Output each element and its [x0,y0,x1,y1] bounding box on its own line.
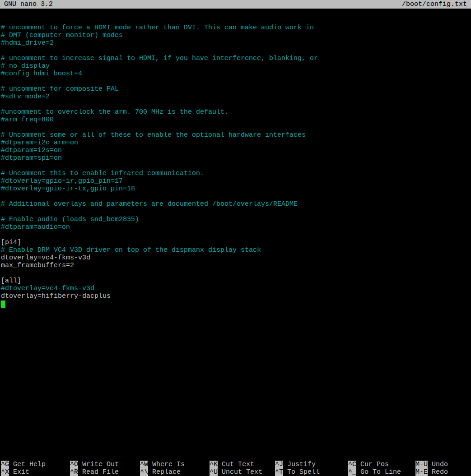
editor-line [1,269,471,277]
editor-line [1,101,471,108]
editor-line [1,78,471,85]
shortcut-justify: ^J Justify [275,461,316,468]
editor-line [1,9,471,16]
app-version-label: GNU nano 3.2 [4,0,53,9]
text-cursor-block [1,300,5,308]
shortcut-key: ^\ [140,468,148,476]
shortcut-key: ^K [210,461,218,468]
editor-line: #dtoverlay=gpio-ir,gpio_pin=17 [1,177,471,185]
shortcut-to-spell: ^T To Spell [275,468,320,476]
shortcut-read-file: ^R Read File [70,468,119,476]
editor-line: #uncomment to overclock the arm. 700 MHz… [1,108,471,116]
shortcut-key: ^T [275,468,283,476]
editor-area[interactable]: # uncomment to force a HDMI mode rather … [1,9,471,308]
shortcut-redo: M-E Redo [415,468,448,476]
shortcut-key: ^G [1,461,9,468]
shortcut-replace: ^\ Replace [140,468,181,476]
editor-line: # uncomment to increase signal to HDMI, … [1,55,471,62]
editor-line: max_framebuffers=2 [1,262,471,269]
shortcut-key: M-E [415,468,428,476]
shortcut-key: ^_ [348,468,356,476]
shortcut-bar-row-2: ^X Exit^R Read File^\ Replace^U Uncut Te… [1,468,471,476]
editor-line: #dtparam=audio=on [1,223,471,231]
editor-line: # DMT (computer monitor) modes [1,32,471,39]
shortcut-get-help: ^G Get Help [1,461,46,468]
shortcut-go-to-line: ^_ Go To Line [348,468,401,476]
shortcut-cut-text: ^K Cut Text [210,461,254,468]
editor-line [1,231,471,239]
editor-line: #arm_freq=800 [1,116,471,124]
editor-line [1,47,471,55]
editor-line: # no display [1,62,471,70]
shortcut-key: ^O [70,461,78,468]
shortcut-undo: M-U Undo [415,461,448,468]
shortcut-where-is: ^W Where Is [140,461,185,468]
shortcut-key: ^U [210,468,218,476]
shortcut-key: ^X [1,468,9,476]
shortcut-key: ^C [348,461,356,468]
shortcut-label: Redo [428,468,448,476]
editor-line [1,124,471,131]
shortcut-key: ^W [140,461,148,468]
shortcut-key: ^J [275,461,283,468]
editor-line: #dtparam=i2c_arm=on [1,139,471,147]
shortcut-key: M-U [415,461,428,468]
editor-line: dtoverlay=vc4-fkms-v3d [1,254,471,262]
shortcut-key: ^R [70,468,78,476]
shortcut-write-out: ^O Write Out [70,461,119,468]
shortcut-label: Write Out [78,461,119,468]
shortcut-label: Cur Pos [356,461,389,468]
shortcut-label: Replace [148,468,181,476]
editor-line: #dtoverlay=vc4-fkms-v3d [1,285,471,292]
editor-line: # Enable DRM VC4 V3D driver on top of th… [1,246,471,254]
shortcut-label: Justify [283,461,316,468]
editor-line: # Uncomment some or all of these to enab… [1,131,471,139]
shortcut-label: Undo [428,461,448,468]
editor-line [1,193,471,200]
shortcut-cur-pos: ^C Cur Pos [348,461,389,468]
editor-line: #sdtv_mode=2 [1,93,471,101]
shortcut-label: Go To Line [356,468,401,476]
shortcut-bar-row-1: ^G Get Help^O Write Out^W Where Is^K Cut… [1,461,471,468]
shortcut-label: Read File [78,468,119,476]
shortcut-label: Cut Text [218,461,254,468]
editor-line [1,300,471,308]
editor-line: # uncomment for composite PAL [1,85,471,93]
editor-line: #dtparam=i2s=on [1,147,471,154]
editor-line [1,208,471,216]
shortcut-label: Get Help [9,461,46,468]
editor-line: # Uncomment this to enable infrared comm… [1,170,471,177]
editor-line: #dtparam=spi=on [1,154,471,162]
editor-line: dtoverlay=hifiberry-dacplus [1,292,471,300]
editor-line: #dtoverlay=gpio-ir-tx,gpio_pin=18 [1,185,471,193]
editor-line: # Enable audio (loads snd_bcm2835) [1,216,471,223]
editor-line [1,16,471,24]
editor-line [1,162,471,170]
shortcut-label: Where Is [148,461,185,468]
editor-line: #hdmi_drive=2 [1,39,471,47]
editor-line: [all] [1,277,471,285]
editor-line: #config_hdmi_boost=4 [1,70,471,78]
shortcut-exit: ^X Exit [1,468,29,476]
editor-line: [pi4] [1,239,471,246]
title-bar: GNU nano 3.2 /boot/config.txt [0,0,471,9]
shortcut-label: To Spell [283,468,320,476]
file-path-label: /boot/config.txt [402,0,467,9]
editor-line: # uncomment to force a HDMI mode rather … [1,24,471,32]
shortcut-label: Exit [9,468,29,476]
editor-line: # Additional overlays and parameters are… [1,200,471,208]
shortcut-uncut-text: ^U Uncut Text [210,468,262,476]
shortcut-label: Uncut Text [218,468,262,476]
